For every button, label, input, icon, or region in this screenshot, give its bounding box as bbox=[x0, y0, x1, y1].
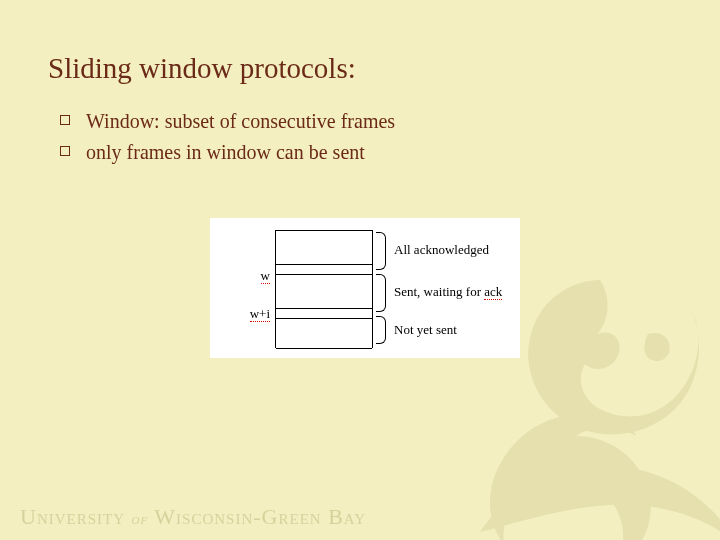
frame-row bbox=[276, 231, 372, 265]
label-w: w bbox=[220, 268, 270, 284]
bullet-list: Window: subset of consecutive frames onl… bbox=[48, 107, 672, 167]
list-item: only frames in window can be sent bbox=[60, 138, 672, 167]
slide: Sliding window protocols: Window: subset… bbox=[0, 0, 720, 540]
brace-icon bbox=[376, 232, 386, 270]
list-item: Window: subset of consecutive frames bbox=[60, 107, 672, 136]
label-w-plus-i: w+i bbox=[220, 306, 270, 322]
label-sent-waiting: Sent, waiting for ack bbox=[394, 284, 502, 300]
frame-row bbox=[276, 275, 372, 309]
frame-row bbox=[276, 265, 372, 275]
brace-icon bbox=[376, 274, 386, 312]
label-not-yet-sent: Not yet sent bbox=[394, 322, 457, 338]
footer-prefix: University bbox=[20, 504, 125, 529]
university-footer: University of Wisconsin-Green Bay bbox=[20, 504, 366, 530]
frame-stack bbox=[275, 230, 373, 348]
slide-title: Sliding window protocols: bbox=[48, 52, 672, 85]
window-diagram: w w+i All acknowledged Sent, waiting for… bbox=[210, 218, 520, 358]
brace-icon bbox=[376, 316, 386, 344]
footer-of: of bbox=[132, 510, 149, 527]
frame-row bbox=[276, 319, 372, 349]
label-all-acknowledged: All acknowledged bbox=[394, 242, 489, 258]
footer-suffix: Wisconsin-Green Bay bbox=[154, 504, 366, 529]
frame-row bbox=[276, 309, 372, 319]
